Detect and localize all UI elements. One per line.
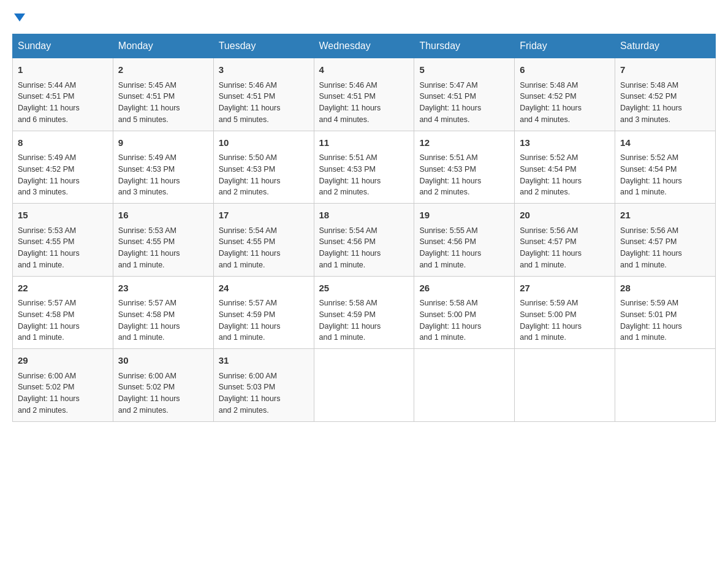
- week-row-2: 8Sunrise: 5:49 AMSunset: 4:52 PMDaylight…: [13, 131, 716, 204]
- calendar-cell: 24Sunrise: 5:57 AMSunset: 4:59 PMDayligh…: [213, 276, 314, 349]
- day-number: 28: [620, 282, 710, 296]
- day-info: Sunrise: 6:00 AMSunset: 5:03 PMDaylight:…: [219, 370, 309, 416]
- header-sunday: Sunday: [13, 34, 113, 58]
- logo: [12, 12, 25, 21]
- calendar-cell: 14Sunrise: 5:52 AMSunset: 4:54 PMDayligh…: [615, 131, 716, 204]
- day-number: 8: [18, 136, 108, 150]
- day-info: Sunrise: 5:45 AMSunset: 4:51 PMDaylight:…: [118, 80, 208, 126]
- day-number: 1: [18, 63, 108, 77]
- week-row-4: 22Sunrise: 5:57 AMSunset: 4:58 PMDayligh…: [13, 276, 716, 349]
- calendar-cell: 23Sunrise: 5:57 AMSunset: 4:58 PMDayligh…: [113, 276, 213, 349]
- calendar-header-row: SundayMondayTuesdayWednesdayThursdayFrid…: [13, 34, 716, 58]
- day-number: 26: [419, 282, 509, 296]
- week-row-1: 1Sunrise: 5:44 AMSunset: 4:51 PMDaylight…: [13, 58, 716, 131]
- calendar-cell: [314, 349, 414, 422]
- day-info: Sunrise: 5:54 AMSunset: 4:56 PMDaylight:…: [319, 225, 409, 271]
- day-number: 16: [118, 209, 208, 223]
- calendar-cell: 22Sunrise: 5:57 AMSunset: 4:58 PMDayligh…: [13, 276, 113, 349]
- day-info: Sunrise: 6:00 AMSunset: 5:02 PMDaylight:…: [18, 370, 108, 416]
- calendar-cell: 10Sunrise: 5:50 AMSunset: 4:53 PMDayligh…: [213, 131, 314, 204]
- day-number: 2: [118, 63, 208, 77]
- header-monday: Monday: [113, 34, 213, 58]
- calendar-cell: 6Sunrise: 5:48 AMSunset: 4:52 PMDaylight…: [515, 58, 615, 131]
- day-number: 20: [520, 209, 610, 223]
- day-info: Sunrise: 5:47 AMSunset: 4:51 PMDaylight:…: [419, 80, 509, 126]
- header-friday: Friday: [515, 34, 615, 58]
- day-info: Sunrise: 5:46 AMSunset: 4:51 PMDaylight:…: [319, 80, 409, 126]
- day-info: Sunrise: 5:59 AMSunset: 5:00 PMDaylight:…: [520, 297, 610, 343]
- calendar-cell: 25Sunrise: 5:58 AMSunset: 4:59 PMDayligh…: [314, 276, 414, 349]
- day-info: Sunrise: 5:51 AMSunset: 4:53 PMDaylight:…: [319, 152, 409, 198]
- day-info: Sunrise: 5:54 AMSunset: 4:55 PMDaylight:…: [219, 225, 309, 271]
- day-info: Sunrise: 5:57 AMSunset: 4:58 PMDaylight:…: [118, 297, 208, 343]
- day-info: Sunrise: 5:56 AMSunset: 4:57 PMDaylight:…: [520, 225, 610, 271]
- calendar-cell: 19Sunrise: 5:55 AMSunset: 4:56 PMDayligh…: [414, 204, 515, 277]
- calendar-cell: 27Sunrise: 5:59 AMSunset: 5:00 PMDayligh…: [515, 276, 615, 349]
- calendar-cell: 29Sunrise: 6:00 AMSunset: 5:02 PMDayligh…: [13, 349, 113, 422]
- calendar-cell: 9Sunrise: 5:49 AMSunset: 4:53 PMDaylight…: [113, 131, 213, 204]
- day-info: Sunrise: 5:58 AMSunset: 5:00 PMDaylight:…: [419, 297, 509, 343]
- calendar-cell: 7Sunrise: 5:48 AMSunset: 4:52 PMDaylight…: [615, 58, 716, 131]
- day-info: Sunrise: 5:58 AMSunset: 4:59 PMDaylight:…: [319, 297, 409, 343]
- calendar-cell: 15Sunrise: 5:53 AMSunset: 4:55 PMDayligh…: [13, 204, 113, 277]
- calendar-cell: 11Sunrise: 5:51 AMSunset: 4:53 PMDayligh…: [314, 131, 414, 204]
- day-info: Sunrise: 5:56 AMSunset: 4:57 PMDaylight:…: [620, 225, 710, 271]
- day-number: 19: [419, 209, 509, 223]
- calendar-cell: 16Sunrise: 5:53 AMSunset: 4:55 PMDayligh…: [113, 204, 213, 277]
- calendar-cell: [414, 349, 515, 422]
- calendar-cell: 26Sunrise: 5:58 AMSunset: 5:00 PMDayligh…: [414, 276, 515, 349]
- day-number: 13: [520, 136, 610, 150]
- logo-arrow-icon: [14, 13, 25, 21]
- day-info: Sunrise: 5:51 AMSunset: 4:53 PMDaylight:…: [419, 152, 509, 198]
- day-info: Sunrise: 6:00 AMSunset: 5:02 PMDaylight:…: [118, 370, 208, 416]
- calendar-cell: 30Sunrise: 6:00 AMSunset: 5:02 PMDayligh…: [113, 349, 213, 422]
- day-number: 14: [620, 136, 710, 150]
- day-number: 4: [319, 63, 409, 77]
- day-number: 15: [18, 209, 108, 223]
- day-info: Sunrise: 5:57 AMSunset: 4:58 PMDaylight:…: [18, 297, 108, 343]
- header-saturday: Saturday: [615, 34, 716, 58]
- header-tuesday: Tuesday: [213, 34, 314, 58]
- calendar-cell: 3Sunrise: 5:46 AMSunset: 4:51 PMDaylight…: [213, 58, 314, 131]
- calendar-cell: 12Sunrise: 5:51 AMSunset: 4:53 PMDayligh…: [414, 131, 515, 204]
- calendar-table: SundayMondayTuesdayWednesdayThursdayFrid…: [12, 34, 716, 422]
- day-number: 30: [118, 354, 208, 368]
- calendar-cell: 28Sunrise: 5:59 AMSunset: 5:01 PMDayligh…: [615, 276, 716, 349]
- day-number: 22: [18, 282, 108, 296]
- calendar-cell: 17Sunrise: 5:54 AMSunset: 4:55 PMDayligh…: [213, 204, 314, 277]
- day-info: Sunrise: 5:50 AMSunset: 4:53 PMDaylight:…: [219, 152, 309, 198]
- week-row-3: 15Sunrise: 5:53 AMSunset: 4:55 PMDayligh…: [13, 204, 716, 277]
- day-info: Sunrise: 5:48 AMSunset: 4:52 PMDaylight:…: [620, 80, 710, 126]
- day-info: Sunrise: 5:48 AMSunset: 4:52 PMDaylight:…: [520, 80, 610, 126]
- calendar-cell: 2Sunrise: 5:45 AMSunset: 4:51 PMDaylight…: [113, 58, 213, 131]
- day-number: 11: [319, 136, 409, 150]
- calendar-cell: 13Sunrise: 5:52 AMSunset: 4:54 PMDayligh…: [515, 131, 615, 204]
- week-row-5: 29Sunrise: 6:00 AMSunset: 5:02 PMDayligh…: [13, 349, 716, 422]
- day-info: Sunrise: 5:44 AMSunset: 4:51 PMDaylight:…: [18, 80, 108, 126]
- day-number: 6: [520, 63, 610, 77]
- calendar-cell: 8Sunrise: 5:49 AMSunset: 4:52 PMDaylight…: [13, 131, 113, 204]
- day-info: Sunrise: 5:46 AMSunset: 4:51 PMDaylight:…: [219, 80, 309, 126]
- day-number: 10: [219, 136, 309, 150]
- day-number: 3: [219, 63, 309, 77]
- calendar-cell: 4Sunrise: 5:46 AMSunset: 4:51 PMDaylight…: [314, 58, 414, 131]
- day-number: 21: [620, 209, 710, 223]
- day-info: Sunrise: 5:53 AMSunset: 4:55 PMDaylight:…: [118, 225, 208, 271]
- day-info: Sunrise: 5:49 AMSunset: 4:53 PMDaylight:…: [118, 152, 208, 198]
- day-number: 23: [118, 282, 208, 296]
- page-header: [12, 12, 716, 21]
- calendar-cell: [615, 349, 716, 422]
- calendar-cell: 1Sunrise: 5:44 AMSunset: 4:51 PMDaylight…: [13, 58, 113, 131]
- calendar-cell: [515, 349, 615, 422]
- day-number: 5: [419, 63, 509, 77]
- day-number: 12: [419, 136, 509, 150]
- day-number: 29: [18, 354, 108, 368]
- day-number: 18: [319, 209, 409, 223]
- day-number: 24: [219, 282, 309, 296]
- day-number: 27: [520, 282, 610, 296]
- header-wednesday: Wednesday: [314, 34, 414, 58]
- day-info: Sunrise: 5:53 AMSunset: 4:55 PMDaylight:…: [18, 225, 108, 271]
- day-number: 7: [620, 63, 710, 77]
- day-info: Sunrise: 5:55 AMSunset: 4:56 PMDaylight:…: [419, 225, 509, 271]
- day-info: Sunrise: 5:59 AMSunset: 5:01 PMDaylight:…: [620, 297, 710, 343]
